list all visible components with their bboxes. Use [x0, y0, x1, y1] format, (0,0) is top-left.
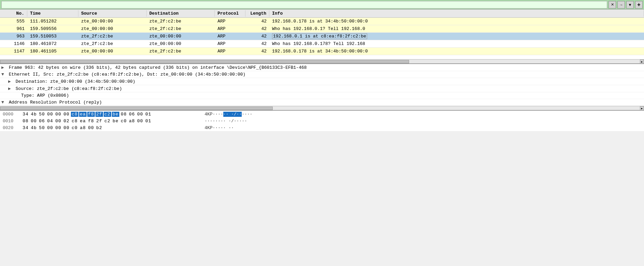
cell-src: zte_2f:c2:be: [78, 41, 147, 47]
table-row[interactable]: 961 159.509556 zte_00:00:00 zte_2f:c2:be…: [0, 25, 644, 33]
hex-byte: 34: [22, 125, 29, 130]
hex-row: 0000 34 4b 50 00 00 00 c8 ea f8 2f c2 be…: [0, 111, 644, 118]
expand-icon: ▼: [1, 100, 6, 105]
hex-byte: 00: [136, 112, 144, 117]
cell-no: 961: [0, 26, 27, 32]
scrollbar-thumb[interactable]: [0, 107, 273, 110]
detail-destination-row[interactable]: ▶ Destination: zte_00:00:00 (34:4b:50:00…: [0, 78, 644, 85]
cell-len: 42: [245, 33, 269, 39]
cell-proto: ARP: [215, 26, 245, 32]
filter-arrow-button[interactable]: →: [617, 1, 625, 9]
hex-byte: 34: [22, 112, 29, 117]
hex-byte: 01: [145, 112, 152, 117]
hex-bytes: 08 00 06 04 00 02 c8 ea f8 2f c2 be c0 a…: [22, 119, 199, 124]
hex-byte: 00: [46, 125, 54, 130]
hex-byte: 00: [46, 112, 54, 117]
hex-byte: 00: [55, 112, 62, 117]
hex-byte: 02: [63, 119, 70, 124]
hex-byte: 04: [46, 119, 54, 124]
hex-row: 0020 34 4b 50 00 00 00 c0 a8 00 b2 4KP··…: [0, 124, 644, 131]
filter-clear-button[interactable]: ✕: [609, 1, 616, 9]
cell-no: [0, 57, 27, 58]
ascii-highlighted: ·· ·/··: [223, 112, 242, 117]
cell-proto: ARP: [215, 41, 245, 47]
hex-pane: 0000 34 4b 50 00 00 00 c8 ea f8 2f c2 be…: [0, 111, 644, 131]
detail-source-row[interactable]: ▶ Source: zte_2f:c2:be (c8:ea:f8:2f:c2:b…: [0, 85, 644, 92]
hex-byte: 00: [55, 125, 62, 130]
hex-byte: 01: [145, 119, 152, 124]
filter-dropdown-button[interactable]: ▼: [626, 1, 634, 9]
hex-byte: 2f: [95, 119, 103, 124]
hex-byte: c2: [104, 119, 111, 124]
expand-icon: ▶: [1, 65, 6, 70]
hex-ascii: 4KP····· ··: [205, 125, 234, 130]
cell-src: zte_00:00:00: [78, 18, 147, 24]
cell-src: zte_00:00:00: [78, 48, 147, 54]
expand-icon: ▶: [8, 79, 13, 84]
hex-byte: 06: [38, 119, 46, 124]
cell-len: 42: [245, 48, 269, 54]
packet-list-header: No. Time Source Destination Protocol Len…: [0, 10, 644, 18]
cell-len: 42: [245, 41, 269, 47]
hex-byte-highlighted: c8: [71, 112, 78, 117]
cell-proto: ARP: [215, 33, 245, 39]
hex-byte-highlighted: c2: [104, 112, 111, 117]
detail-arp-row[interactable]: ▼ Address Resolution Protocol (reply): [0, 99, 644, 106]
cell-dst: zte_2f:c2:be: [147, 26, 215, 32]
table-row[interactable]: 963 159.510053 zte_2f:c2:be zte_00:00:00…: [0, 33, 644, 40]
detail-ethernet-row[interactable]: ▼ Ethernet II, Src: zte_2f:c2:be (c8:ea:…: [0, 71, 644, 78]
hex-byte: 08: [120, 112, 128, 117]
detail-frame-row[interactable]: ▶ Frame 963: 42 bytes on wire (336 bits)…: [0, 64, 644, 71]
hex-byte-highlighted: f8: [87, 112, 95, 117]
cell-dst: zte_00:00:00: [147, 33, 215, 39]
hex-byte: a8: [79, 125, 87, 130]
hex-bytes: 34 4b 50 00 00 00 c8 ea f8 2f c2 be 08 0…: [22, 112, 199, 117]
info-highlight-box: 192.168.0.1 is at c8:ea:f8:2f:c2:be: [272, 33, 367, 39]
scroll-right-arrow[interactable]: ▶: [640, 106, 644, 110]
hex-row: 0010 08 00 06 04 00 02 c8 ea f8 2f c2 be…: [0, 118, 644, 124]
detail-type-row[interactable]: Type: ARP (0x0806): [0, 92, 644, 99]
hex-byte: 00: [63, 125, 70, 130]
cell-proto: ARP: [215, 18, 245, 24]
detail-pane-scrollbar[interactable]: ▶: [0, 106, 644, 110]
filter-add-button[interactable]: +: [635, 1, 643, 9]
hex-byte: b2: [95, 125, 103, 130]
table-row[interactable]: 555 111.051282 zte_00:00:00 zte_2f:c2:be…: [0, 18, 644, 25]
hex-byte: 00: [55, 119, 62, 124]
header-dest: Destination: [147, 10, 215, 17]
hex-byte-highlighted: be: [112, 112, 119, 117]
hex-byte: 00: [136, 119, 144, 124]
cell-proto: ARP: [215, 48, 245, 54]
hex-bytes: 34 4b 50 00 00 00 c0 a8 00 b2: [22, 125, 199, 130]
table-row[interactable]: 1146 180.461072 zte_2f:c2:be zte_00:00:0…: [0, 40, 644, 48]
header-info: Info: [269, 10, 644, 17]
hex-byte: c8: [71, 119, 78, 124]
hex-byte: 4b: [30, 125, 38, 130]
packet-list-scrollbar[interactable]: ▶: [0, 59, 644, 63]
hex-ascii: 4KP······ ·/······: [205, 112, 252, 117]
cell-info: Who has 192.168.0.178? Tell 192.168: [269, 41, 644, 47]
hex-byte-highlighted: 2f: [95, 112, 103, 117]
scrollbar-thumb[interactable]: [0, 60, 409, 63]
hex-byte: 50: [38, 112, 46, 117]
hex-byte: 00: [63, 112, 70, 117]
cell-dst: zte_00:00:00: [147, 41, 215, 47]
expand-icon: ▶: [8, 86, 13, 91]
table-row-partial: [0, 55, 644, 59]
expand-icon: [14, 93, 18, 98]
hex-byte: f8: [87, 119, 95, 124]
cell-info: 192.168.0.1 is at c8:ea:f8:2f:c2:be: [269, 33, 644, 39]
cell-time: 180.461072: [27, 41, 78, 47]
cell-time: 111.051282: [27, 18, 78, 24]
hex-byte: be: [112, 119, 119, 124]
hex-byte: 00: [30, 119, 38, 124]
cell-info: Who has 192.168.0.1? Tell 192.168.0: [269, 26, 644, 32]
scroll-right-arrow[interactable]: ▶: [640, 60, 644, 64]
filter-input[interactable]: arp: [1, 1, 607, 9]
table-row[interactable]: 1147 180.461105 zte_00:00:00 zte_2f:c2:b…: [0, 48, 644, 55]
cell-len: 42: [245, 18, 269, 24]
hex-byte: a8: [128, 119, 136, 124]
cell-dst: zte_2f:c2:be: [147, 48, 215, 54]
header-protocol: Protocol: [215, 10, 245, 17]
cell-no: 963: [0, 33, 27, 39]
